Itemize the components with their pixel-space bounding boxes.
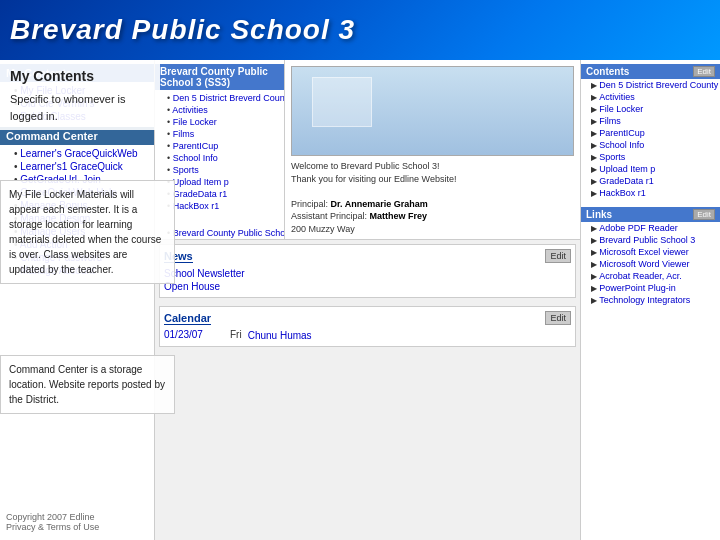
calendar-edit-button[interactable]: Edit xyxy=(545,311,571,325)
school-welcome-panel: Welcome to Brevard Public School 3! Than… xyxy=(285,60,580,239)
center-content: Brevard County Public School 3 (SS3) Den… xyxy=(155,60,580,540)
principal-name: Dr. Annemarie Graham xyxy=(331,199,428,209)
links-header-label: Links xyxy=(586,209,612,220)
sidebar-item-public-classes[interactable]: Public Classes xyxy=(0,110,154,123)
calendar-panel: Calendar Edit 01/23/07 Fri Chunu Humas xyxy=(159,306,576,347)
news-edit-button[interactable]: Edit xyxy=(545,249,571,263)
calendar-event[interactable]: Chunu Humas xyxy=(248,329,312,342)
contents-header-label: Contents xyxy=(586,66,629,77)
greeting-line: Welcome to Brevard Public School 3! xyxy=(291,161,439,171)
contents-section: Contents Edit Den 5 District Breverd Cou… xyxy=(581,64,720,199)
news-header: News Edit xyxy=(164,249,571,263)
sidebar-item-cmd-4[interactable]: GraceQuickWeb Help xyxy=(0,186,154,199)
right-item-9[interactable]: GradeData r1 xyxy=(581,175,720,187)
my-contents-title: My Contents xyxy=(0,64,154,82)
right-item-6[interactable]: School Info xyxy=(581,139,720,151)
main-area: My Contents My File Locker Old Cle Vermi… xyxy=(0,60,720,540)
news-item-1[interactable]: School Newsletter xyxy=(164,267,571,280)
school-item-6[interactable]: School Info xyxy=(155,152,284,164)
school-item-11[interactable]: Brevard County Public School xyxy=(155,227,284,239)
right-item-8[interactable]: Upload Item p xyxy=(581,163,720,175)
sidebar-item-old-cle[interactable]: Old Cle Vermin's xyxy=(0,97,154,110)
right-item-3[interactable]: File Locker xyxy=(581,103,720,115)
welcome-text: Welcome to Brevard Public School 3! Than… xyxy=(291,160,574,239)
right-sidebar: Contents Edit Den 5 District Breverd Cou… xyxy=(580,60,720,540)
link-item-4[interactable]: Microsoft Word Viewer xyxy=(581,258,720,270)
right-item-5[interactable]: ParentICup xyxy=(581,127,720,139)
left-sidebar: My Contents My File Locker Old Cle Vermi… xyxy=(0,60,155,540)
link-item-6[interactable]: PowerPoint Plug-in xyxy=(581,282,720,294)
school-item-7[interactable]: Sports xyxy=(155,164,284,176)
sidebar-item-cmd-3[interactable]: GetGradeUrl. Join xyxy=(0,173,154,186)
calendar-row: 01/23/07 Fri Chunu Humas xyxy=(164,329,571,342)
sidebar-item-cmd-10[interactable]: Manage Account xyxy=(0,264,154,277)
sidebar-item-cmd-1[interactable]: Learner's GraceQuickWeb xyxy=(0,147,154,160)
school-item-10[interactable]: HackBox r1 xyxy=(155,200,284,212)
school-item-5[interactable]: ParentICup xyxy=(155,140,284,152)
subgreeting-line: Thank you for visiting our Edline Websit… xyxy=(291,174,456,184)
links-section: Links Edit Adobe PDF Reader Brevard Publ… xyxy=(581,203,720,306)
contents-section-header: Contents Edit xyxy=(581,64,720,79)
right-item-1[interactable]: Den 5 District Breverd County xyxy=(581,79,720,91)
links-edit-button[interactable]: Edit xyxy=(693,209,715,220)
news-panel: News Edit School Newsletter Open House xyxy=(159,244,576,298)
sidebar-item-cmd-7[interactable]: Manage Users xyxy=(0,225,154,238)
right-item-2[interactable]: Activities xyxy=(581,91,720,103)
links-section-header: Links Edit xyxy=(581,207,720,222)
sidebar-item-cmd-6[interactable]: Manage Design xyxy=(0,212,154,225)
school-item-4[interactable]: Films xyxy=(155,128,284,140)
sidebar-item-file-locker[interactable]: My File Locker xyxy=(0,84,154,97)
contents-edit-button[interactable]: Edit xyxy=(693,66,715,77)
school-image-inner xyxy=(312,77,372,127)
calendar-header: Calendar Edit xyxy=(164,311,571,325)
school-item-2[interactable]: Activities xyxy=(155,104,284,116)
asst-label: Assistant Principal: xyxy=(291,211,367,221)
sidebar-item-cmd-5[interactable]: Manage Bonus xyxy=(0,199,154,212)
link-item-3[interactable]: Microsoft Excel viewer xyxy=(581,246,720,258)
sidebar-item-cmd-8[interactable]: Add Action xyxy=(0,238,154,251)
command-center-title: Command Center xyxy=(0,127,154,145)
school-item-1[interactable]: Den 5 District Breverd County xyxy=(155,92,284,104)
school-item-3[interactable]: File Locker xyxy=(155,116,284,128)
news-title: News xyxy=(164,250,193,263)
calendar-day: Fri xyxy=(230,329,242,342)
school-item-9[interactable]: GradeData r1 xyxy=(155,188,284,200)
school-item-8[interactable]: Upload Item p xyxy=(155,176,284,188)
link-item-5[interactable]: Acrobat Reader, Acr. xyxy=(581,270,720,282)
city-line: Scottsmoor, FL xyxy=(291,237,352,239)
school-image xyxy=(291,66,574,156)
right-item-10[interactable]: HackBox r1 xyxy=(581,187,720,199)
school-list-panel: Brevard County Public School 3 (SS3) Den… xyxy=(155,60,285,239)
link-item-1[interactable]: Adobe PDF Reader xyxy=(581,222,720,234)
link-item-7[interactable]: Technology Integrators xyxy=(581,294,720,306)
page-title: Brevard Public School 3 xyxy=(10,14,355,46)
header-banner: Brevard Public School 3 xyxy=(0,0,720,60)
link-item-2[interactable]: Brevard Public School 3 xyxy=(581,234,720,246)
right-item-4[interactable]: Films xyxy=(581,115,720,127)
sidebar-item-cmd-2[interactable]: Learner's1 GraceQuick xyxy=(0,160,154,173)
address-line: 200 Muzzy Way xyxy=(291,224,355,234)
center-top: Brevard County Public School 3 (SS3) Den… xyxy=(155,60,580,240)
school-list-title: Brevard County Public School 3 (SS3) xyxy=(155,64,284,90)
sidebar-item-cmd-9[interactable]: Change Password xyxy=(0,251,154,264)
calendar-title: Calendar xyxy=(164,312,211,325)
sidebar-footer: Copyright 2007 EdlinePrivacy & Terms of … xyxy=(0,508,154,536)
asst-name: Matthew Frey xyxy=(370,211,428,221)
principal-label: Principal: xyxy=(291,199,328,209)
right-item-7[interactable]: Sports xyxy=(581,151,720,163)
calendar-date[interactable]: 01/23/07 xyxy=(164,329,224,342)
news-item-2[interactable]: Open House xyxy=(164,280,571,293)
